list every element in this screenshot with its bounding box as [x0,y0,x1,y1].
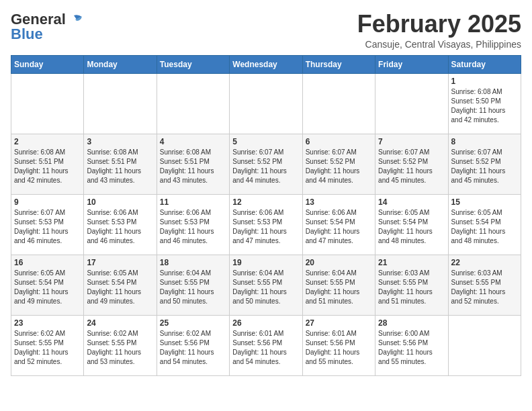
logo-blue-text: Blue [11,26,43,43]
day-number: 16 [14,258,81,267]
calendar-body: 1Sunrise: 6:08 AM Sunset: 5:50 PM Daylig… [11,73,521,375]
calendar-day-cell [84,73,157,134]
day-number: 14 [378,197,445,207]
calendar-day-cell: 2Sunrise: 6:08 AM Sunset: 5:51 PM Daylig… [11,134,84,194]
day-number: 4 [160,137,226,146]
day-number: 10 [87,197,153,207]
day-info-text: Sunrise: 6:07 AM Sunset: 5:52 PM Dayligh… [451,148,518,185]
calendar-week-row: 16Sunrise: 6:05 AM Sunset: 5:54 PM Dayli… [11,255,521,315]
day-number: 6 [306,137,372,146]
day-info-text: Sunrise: 6:00 AM Sunset: 5:56 PM Dayligh… [378,329,445,367]
day-info-text: Sunrise: 6:01 AM Sunset: 5:56 PM Dayligh… [306,329,372,367]
calendar-table: SundayMondayTuesdayWednesdayThursdayFrid… [11,55,521,376]
calendar-day-cell [11,73,84,134]
calendar-day-cell: 7Sunrise: 6:07 AM Sunset: 5:52 PM Daylig… [375,134,448,194]
day-info-text: Sunrise: 6:05 AM Sunset: 5:54 PM Dayligh… [87,269,153,306]
day-number: 15 [451,197,518,207]
calendar-day-cell: 3Sunrise: 6:08 AM Sunset: 5:51 PM Daylig… [84,134,157,194]
title-section: February 2025 Cansuje, Central Visayas, … [357,11,521,50]
calendar-day-cell: 9Sunrise: 6:07 AM Sunset: 5:53 PM Daylig… [11,194,84,255]
day-number: 17 [87,258,153,267]
calendar-day-cell: 27Sunrise: 6:01 AM Sunset: 5:56 PM Dayli… [302,315,375,375]
logo-bird-icon [69,14,83,26]
day-number: 20 [306,258,372,267]
day-number: 18 [160,258,226,267]
day-info-text: Sunrise: 6:07 AM Sunset: 5:52 PM Dayligh… [232,148,299,185]
calendar-day-cell: 16Sunrise: 6:05 AM Sunset: 5:54 PM Dayli… [11,255,84,315]
day-info-text: Sunrise: 6:07 AM Sunset: 5:53 PM Dayligh… [14,208,81,246]
calendar-day-cell: 19Sunrise: 6:04 AM Sunset: 5:55 PM Dayli… [230,255,302,315]
day-info-text: Sunrise: 6:03 AM Sunset: 5:55 PM Dayligh… [451,269,518,306]
calendar-day-cell: 5Sunrise: 6:07 AM Sunset: 5:52 PM Daylig… [230,134,302,194]
calendar-day-cell: 15Sunrise: 6:05 AM Sunset: 5:54 PM Dayli… [448,194,521,255]
calendar-day-cell: 13Sunrise: 6:06 AM Sunset: 5:54 PM Dayli… [302,194,375,255]
day-number: 28 [378,318,445,328]
calendar-day-cell: 6Sunrise: 6:07 AM Sunset: 5:52 PM Daylig… [302,134,375,194]
calendar-day-cell [448,315,521,375]
day-info-text: Sunrise: 6:02 AM Sunset: 5:55 PM Dayligh… [87,329,153,367]
day-info-text: Sunrise: 6:06 AM Sunset: 5:53 PM Dayligh… [87,208,153,246]
day-number: 19 [232,258,299,267]
calendar-day-cell: 4Sunrise: 6:08 AM Sunset: 5:51 PM Daylig… [157,134,229,194]
calendar-day-cell: 8Sunrise: 6:07 AM Sunset: 5:52 PM Daylig… [448,134,521,194]
day-number: 2 [14,137,81,146]
day-info-text: Sunrise: 6:08 AM Sunset: 5:51 PM Dayligh… [160,148,226,185]
weekday-header-friday: Friday [375,55,448,73]
day-number: 13 [306,197,372,207]
weekday-header-row: SundayMondayTuesdayWednesdayThursdayFrid… [11,55,521,73]
calendar-day-cell: 11Sunrise: 6:06 AM Sunset: 5:53 PM Dayli… [157,194,229,255]
calendar-day-cell: 18Sunrise: 6:04 AM Sunset: 5:55 PM Dayli… [157,255,229,315]
day-number: 9 [14,197,81,207]
calendar-day-cell: 10Sunrise: 6:06 AM Sunset: 5:53 PM Dayli… [84,194,157,255]
day-number: 12 [232,197,299,207]
location-subtitle: Cansuje, Central Visayas, Philippines [357,39,521,50]
day-info-text: Sunrise: 6:04 AM Sunset: 5:55 PM Dayligh… [306,269,372,306]
calendar-day-cell: 24Sunrise: 6:02 AM Sunset: 5:55 PM Dayli… [84,315,157,375]
day-number: 24 [87,318,153,328]
logo: General Blue [11,11,83,43]
day-info-text: Sunrise: 6:05 AM Sunset: 5:54 PM Dayligh… [378,208,445,246]
weekday-header-saturday: Saturday [448,55,521,73]
day-info-text: Sunrise: 6:02 AM Sunset: 5:56 PM Dayligh… [160,329,226,367]
weekday-header-sunday: Sunday [11,55,84,73]
calendar-day-cell: 22Sunrise: 6:03 AM Sunset: 5:55 PM Dayli… [448,255,521,315]
day-info-text: Sunrise: 6:05 AM Sunset: 5:54 PM Dayligh… [451,208,518,246]
day-info-text: Sunrise: 6:07 AM Sunset: 5:52 PM Dayligh… [378,148,445,185]
calendar-day-cell: 12Sunrise: 6:06 AM Sunset: 5:53 PM Dayli… [230,194,302,255]
day-number: 25 [160,318,226,328]
day-info-text: Sunrise: 6:04 AM Sunset: 5:55 PM Dayligh… [232,269,299,306]
day-number: 3 [87,137,153,146]
day-number: 1 [451,77,518,86]
calendar-day-cell: 20Sunrise: 6:04 AM Sunset: 5:55 PM Dayli… [302,255,375,315]
day-info-text: Sunrise: 6:08 AM Sunset: 5:51 PM Dayligh… [87,148,153,185]
day-info-text: Sunrise: 6:06 AM Sunset: 5:53 PM Dayligh… [160,208,226,246]
day-info-text: Sunrise: 6:03 AM Sunset: 5:55 PM Dayligh… [378,269,445,306]
calendar-week-row: 1Sunrise: 6:08 AM Sunset: 5:50 PM Daylig… [11,73,521,134]
page-header: General Blue February 2025 Cansuje, Cent… [11,11,521,50]
day-number: 27 [306,318,372,328]
day-number: 22 [451,258,518,267]
calendar-day-cell: 26Sunrise: 6:01 AM Sunset: 5:56 PM Dayli… [230,315,302,375]
calendar-day-cell [375,73,448,134]
calendar-week-row: 9Sunrise: 6:07 AM Sunset: 5:53 PM Daylig… [11,194,521,255]
day-info-text: Sunrise: 6:01 AM Sunset: 5:56 PM Dayligh… [232,329,299,367]
month-year-title: February 2025 [357,11,521,38]
day-number: 26 [232,318,299,328]
day-number: 23 [14,318,81,328]
day-info-text: Sunrise: 6:05 AM Sunset: 5:54 PM Dayligh… [14,269,81,306]
calendar-day-cell: 21Sunrise: 6:03 AM Sunset: 5:55 PM Dayli… [375,255,448,315]
calendar-day-cell: 25Sunrise: 6:02 AM Sunset: 5:56 PM Dayli… [157,315,229,375]
calendar-day-cell [230,73,302,134]
weekday-header-tuesday: Tuesday [157,55,229,73]
calendar-day-cell: 1Sunrise: 6:08 AM Sunset: 5:50 PM Daylig… [448,73,521,134]
calendar-week-row: 2Sunrise: 6:08 AM Sunset: 5:51 PM Daylig… [11,134,521,194]
calendar-day-cell: 14Sunrise: 6:05 AM Sunset: 5:54 PM Dayli… [375,194,448,255]
calendar-day-cell: 17Sunrise: 6:05 AM Sunset: 5:54 PM Dayli… [84,255,157,315]
day-info-text: Sunrise: 6:06 AM Sunset: 5:53 PM Dayligh… [232,208,299,246]
calendar-day-cell: 23Sunrise: 6:02 AM Sunset: 5:55 PM Dayli… [11,315,84,375]
day-info-text: Sunrise: 6:04 AM Sunset: 5:55 PM Dayligh… [160,269,226,306]
day-number: 5 [232,137,299,146]
calendar-week-row: 23Sunrise: 6:02 AM Sunset: 5:55 PM Dayli… [11,315,521,375]
day-number: 8 [451,137,518,146]
weekday-header-monday: Monday [84,55,157,73]
